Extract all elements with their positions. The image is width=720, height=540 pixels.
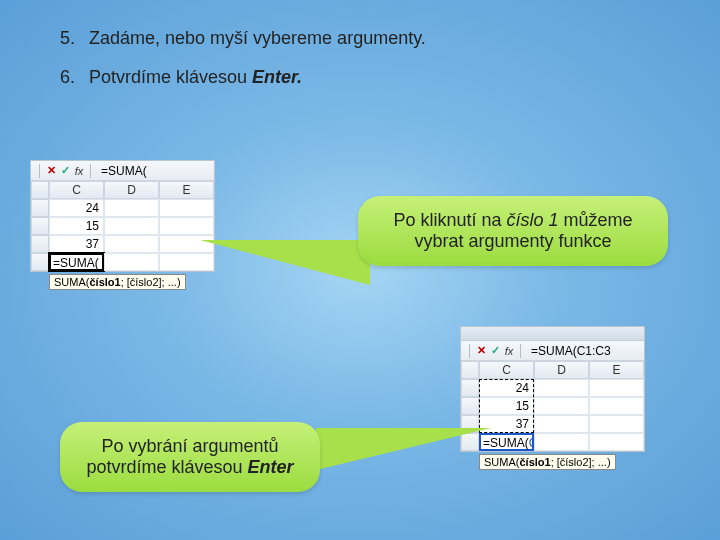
cell[interactable] <box>534 379 589 397</box>
tooltip-rest: ; [číslo2]; ...) <box>121 276 181 288</box>
row-header[interactable] <box>31 217 49 235</box>
cell[interactable] <box>104 253 159 271</box>
cell[interactable] <box>534 433 589 451</box>
tooltip-fn: SUMA( <box>54 276 89 288</box>
column-header-e[interactable]: E <box>159 181 214 199</box>
tooltip-bold-arg: číslo1 <box>89 276 120 288</box>
callout-emphasis: Enter <box>248 457 294 477</box>
cell[interactable] <box>159 217 214 235</box>
row-header[interactable] <box>31 253 49 271</box>
column-header-c[interactable]: C <box>479 361 534 379</box>
callout-line: vybrat argumenty funkce <box>380 231 646 252</box>
select-all-corner[interactable] <box>31 181 49 199</box>
cell[interactable] <box>104 199 159 217</box>
fx-icon[interactable]: fx <box>502 344 516 358</box>
callout-pointer <box>200 240 370 285</box>
cancel-icon[interactable]: ✕ <box>44 164 58 178</box>
formula-bar: ✕ ✓ fx =SUMA( <box>31 161 214 181</box>
divider <box>469 344 470 358</box>
function-tooltip: SUMA(číslo1; [číslo2]; ...) <box>49 274 186 290</box>
column-header-d[interactable]: D <box>534 361 589 379</box>
cell[interactable] <box>104 235 159 253</box>
cell[interactable] <box>589 415 644 433</box>
cell[interactable] <box>159 199 214 217</box>
cell[interactable] <box>534 415 589 433</box>
instruction-item-6: 6. Potvrdíme klávesou Enter. <box>60 67 660 88</box>
formula-text[interactable]: =SUMA(C1:C3 <box>525 344 640 358</box>
row-header[interactable] <box>31 199 49 217</box>
tooltip-rest: ; [číslo2]; ...) <box>551 456 611 468</box>
enter-icon[interactable]: ✓ <box>58 164 72 178</box>
window-titlebar <box>461 327 644 341</box>
instruction-emphasis: Enter. <box>252 67 302 87</box>
tooltip-bold-arg: číslo1 <box>519 456 550 468</box>
callout-emphasis: číslo 1 <box>507 210 559 230</box>
active-cell[interactable]: =SUMA( <box>49 253 104 271</box>
instruction-item-5: 5. Zadáme, nebo myší vybereme argumenty. <box>60 28 660 49</box>
fx-icon[interactable]: fx <box>72 164 86 178</box>
cell[interactable] <box>589 379 644 397</box>
divider <box>90 164 91 178</box>
callout-text: můžeme <box>559 210 633 230</box>
callout-bubble-1: Po kliknutí na číslo 1 můžeme vybrat arg… <box>358 196 668 266</box>
cell[interactable] <box>104 217 159 235</box>
cell[interactable]: 15 <box>49 217 104 235</box>
callout-text: Po kliknutí na <box>393 210 506 230</box>
callout-line: Po vybrání argumentů <box>82 436 298 457</box>
formula-text[interactable]: =SUMA( <box>95 164 210 178</box>
cell[interactable] <box>589 397 644 415</box>
instruction-number: 6. <box>60 67 84 88</box>
cell[interactable]: 24 <box>49 199 104 217</box>
divider <box>39 164 40 178</box>
column-header-e[interactable]: E <box>589 361 644 379</box>
divider <box>520 344 521 358</box>
instruction-list: 5. Zadáme, nebo myší vybereme argumenty.… <box>60 28 660 106</box>
callout-line: potvrdíme klávesou Enter <box>82 457 298 478</box>
enter-icon[interactable]: ✓ <box>488 344 502 358</box>
callout-line: Po kliknutí na číslo 1 můžeme <box>380 210 646 231</box>
column-header-d[interactable]: D <box>104 181 159 199</box>
callout-pointer <box>316 428 491 470</box>
cancel-icon[interactable]: ✕ <box>474 344 488 358</box>
cell[interactable] <box>534 397 589 415</box>
row-header[interactable] <box>461 379 479 397</box>
formula-bar: ✕ ✓ fx =SUMA(C1:C3 <box>461 341 644 361</box>
instruction-text: Zadáme, nebo myší vybereme argumenty. <box>89 28 426 48</box>
callout-text: potvrdíme klávesou <box>86 457 247 477</box>
cell[interactable]: 15 <box>479 397 534 415</box>
instruction-number: 5. <box>60 28 84 49</box>
cell[interactable] <box>589 433 644 451</box>
spreadsheet-grid: C D E 24 15 37 =SUMA( <box>31 181 214 271</box>
row-header[interactable] <box>31 235 49 253</box>
row-header[interactable] <box>461 397 479 415</box>
cell[interactable]: 37 <box>49 235 104 253</box>
select-all-corner[interactable] <box>461 361 479 379</box>
column-header-c[interactable]: C <box>49 181 104 199</box>
function-tooltip: SUMA(číslo1; [číslo2]; ...) <box>479 454 616 470</box>
cell[interactable]: 24 <box>479 379 534 397</box>
instruction-text: Potvrdíme klávesou <box>89 67 252 87</box>
callout-bubble-2: Po vybrání argumentů potvrdíme klávesou … <box>60 422 320 492</box>
excel-snippet-1: ✕ ✓ fx =SUMA( C D E 24 15 37 =SUMA( SUMA… <box>30 160 215 272</box>
